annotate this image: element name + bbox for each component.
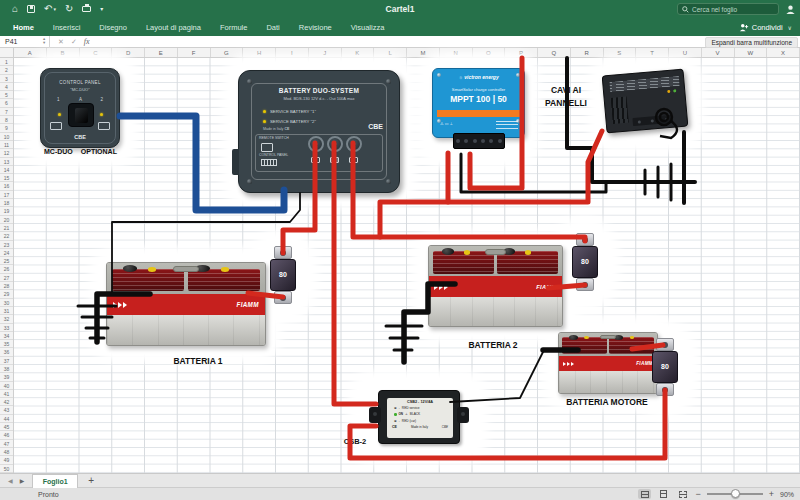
- battery-top: [559, 333, 657, 356]
- certification-icons: ⚠ ▭ ⊥: [440, 121, 453, 126]
- fuse-body: 80: [270, 259, 296, 291]
- zoom-slider[interactable]: [707, 493, 763, 495]
- charger-terminals: [632, 115, 673, 126]
- csb-row2: ON⊥BLACK: [394, 412, 453, 416]
- page-layout-view-icon[interactable]: [657, 489, 670, 499]
- fuse-tab: [576, 278, 594, 291]
- led2-label: SERVICE BATTERY "2": [270, 119, 316, 124]
- csb2-module: CSB2 - 12V/4A ⊕→RED service ON⊥BLACK ⊕→R…: [378, 390, 460, 444]
- output-icon: [330, 157, 339, 163]
- marker-1: 1: [57, 97, 60, 102]
- terminal-pin: [664, 118, 667, 121]
- fuse-80a-motore: 80: [652, 338, 678, 396]
- bolt-hole: [280, 295, 286, 301]
- charger-led: [667, 90, 670, 93]
- fuse-80a-battery2: 80: [572, 233, 598, 291]
- sheet-next-icon[interactable]: ▶: [20, 477, 25, 484]
- fuse-rating: 80: [279, 271, 287, 278]
- chevron-icon: [563, 362, 566, 366]
- panel-subtitle: "MC-DUO": [41, 87, 119, 92]
- battery-2: FIAMM: [428, 245, 563, 327]
- battery2-caption: BATTERIA 2: [443, 340, 543, 350]
- fuse-rating: 80: [661, 363, 669, 370]
- zoom-level[interactable]: 90%: [780, 491, 794, 498]
- add-sheet-button[interactable]: +: [78, 475, 104, 487]
- terminal-pin: [638, 120, 641, 123]
- battery-body: [107, 315, 265, 345]
- carry-handle: [485, 249, 506, 254]
- terminal-cap: [148, 267, 156, 271]
- zoom-in-icon[interactable]: +: [769, 490, 774, 498]
- status-text: Pronto: [0, 491, 59, 498]
- battery1-caption: BATTERIA 1: [148, 356, 248, 366]
- battery-charger: [602, 69, 689, 134]
- fiamm-logo: FIAMM: [237, 301, 259, 308]
- mcduo-control-panel: CONTROL PANEL "MC-DUO" 1 A 2 CBE: [40, 68, 120, 148]
- label-plate: [433, 251, 494, 273]
- terminal-2: [327, 136, 343, 152]
- terminal-cap: [221, 267, 229, 271]
- fuse-tab: [274, 291, 292, 304]
- battery-body: [559, 371, 657, 393]
- led-left: [58, 113, 61, 116]
- terminal-pin: [464, 139, 468, 143]
- plus-icon: ⊕→: [394, 419, 400, 423]
- carry-handle: [173, 266, 198, 272]
- zoom-slider-handle[interactable]: [731, 489, 740, 498]
- control-panel-connector-icon: [261, 159, 277, 166]
- battery-body: [429, 297, 562, 326]
- panel-title: CONTROL PANEL: [41, 80, 119, 85]
- chevron-icon: [439, 284, 443, 290]
- side-connector: [232, 149, 239, 175]
- bolt-hole: [662, 387, 668, 393]
- model-name: MPPT 100 | 50: [433, 94, 524, 104]
- normal-view-icon[interactable]: [638, 489, 651, 499]
- victron-logo: ☼ victron energy: [433, 74, 524, 80]
- service-battery-1-led: SERVICE BATTERY "1": [263, 109, 316, 114]
- excel-window: ⌂ ↶▾ ↻ ▾ Cartel1 Cerca nel foglio HomeIn…: [0, 0, 800, 500]
- fuse-80a-battery1: 80: [270, 246, 296, 304]
- victron-mppt-controller: ☼ victron energy SmartSolar charge contr…: [432, 68, 525, 138]
- zoom-out-icon[interactable]: −: [695, 490, 700, 498]
- rocker: [75, 108, 88, 123]
- chevron-icon: [434, 284, 438, 290]
- battery-icon: [349, 157, 358, 163]
- screw: [247, 79, 252, 84]
- brand-stripe: FIAMM: [429, 276, 562, 297]
- on-led: [394, 413, 397, 416]
- battery-motore: FIAMM: [558, 332, 658, 394]
- bolt-hole: [582, 282, 588, 288]
- remote-switch-label: REMOTE SWITCH: [259, 136, 289, 140]
- battery-duo-system-unit: BATTERY DUO-SYSTEM Mod. BDS-130 12V d.c.…: [238, 70, 400, 193]
- ground-symbol-3: [645, 164, 671, 200]
- brand-stripe: FIAMM: [559, 356, 657, 372]
- carry-handle: [600, 335, 616, 339]
- sheet-tab-bar: ◀ ▶ Foglio1 +: [0, 473, 800, 488]
- sheet-prev-icon[interactable]: ◀: [8, 477, 13, 484]
- csb2-caption: CSB-2: [330, 437, 380, 446]
- terminal-block: [453, 133, 505, 149]
- mounting-ear: [369, 407, 381, 423]
- terminal-pin: [473, 139, 477, 143]
- orange-stripe: [437, 110, 520, 117]
- page-break-view-icon[interactable]: [676, 489, 689, 499]
- label-plate: [188, 269, 260, 291]
- vent-slots: [611, 97, 629, 124]
- spec-text-lines: [496, 121, 518, 131]
- sheet-tab-foglio1[interactable]: Foglio1: [32, 474, 78, 488]
- label-plate: [112, 269, 184, 291]
- battery-motore-caption: BATTERIA MOTORE: [548, 397, 666, 407]
- csb-title: CSB2 - 12V/4A: [387, 400, 453, 404]
- terminal-3: [346, 136, 362, 152]
- product-name: SmartSolar charge controller: [433, 87, 524, 92]
- bolt-hole: [662, 342, 668, 348]
- terminal-cap: [464, 250, 471, 254]
- chevron-icon: [118, 302, 122, 308]
- caption-optional: OPTIONAL: [81, 148, 117, 155]
- embedded-diagram-image[interactable]: CONTROL PANEL "MC-DUO" 1 A 2 CBE MC-DUO …: [0, 0, 800, 500]
- chevron-icon: [123, 302, 127, 308]
- cavi-ai: CAVI AI: [536, 84, 596, 97]
- terminal-pin: [489, 139, 493, 143]
- fuse-tab: [576, 233, 594, 246]
- led-icon: [263, 110, 266, 113]
